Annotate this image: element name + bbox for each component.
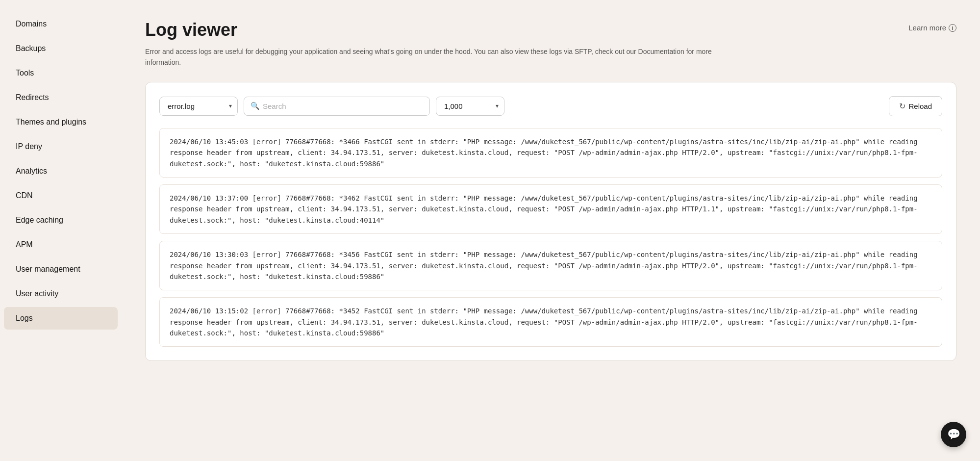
log-file-select[interactable]: error.log access.log xyxy=(159,97,238,116)
page-header: Log viewer Learn more i xyxy=(145,20,956,40)
log-viewer-container: error.log access.log ▾ 🔍 100 500 1,000 2… xyxy=(145,82,956,361)
sidebar: Domains Backups Tools Redirects Themes a… xyxy=(0,0,122,461)
reload-label: Reload xyxy=(908,102,932,110)
sidebar-item-label: User activity xyxy=(16,289,58,298)
sidebar-item-label: Analytics xyxy=(16,167,47,175)
page-description: Error and access logs are useful for deb… xyxy=(145,46,733,68)
log-entry: 2024/06/10 13:30:03 [error] 77668#77668:… xyxy=(159,241,942,290)
sidebar-item-label: Edge caching xyxy=(16,216,63,224)
log-entry: 2024/06/10 13:45:03 [error] 77668#77668:… xyxy=(159,128,942,178)
log-entry: 2024/06/10 13:37:00 [error] 77668#77668:… xyxy=(159,184,942,234)
sidebar-item-label: Redirects xyxy=(16,93,49,102)
chat-icon: 💬 xyxy=(947,428,960,441)
sidebar-item-user-activity[interactable]: User activity xyxy=(4,282,118,305)
sidebar-item-apm[interactable]: APM xyxy=(4,233,118,256)
sidebar-item-edge-caching[interactable]: Edge caching xyxy=(4,209,118,231)
sidebar-item-label: User management xyxy=(16,265,80,273)
sidebar-item-analytics[interactable]: Analytics xyxy=(4,160,118,182)
log-entry-text: 2024/06/10 13:45:03 [error] 77668#77668:… xyxy=(170,138,918,168)
lines-select[interactable]: 100 500 1,000 2,000 5,000 xyxy=(436,97,504,116)
sidebar-item-ip-deny[interactable]: IP deny xyxy=(4,135,118,158)
log-entry: 2024/06/10 13:15:02 [error] 77668#77668:… xyxy=(159,297,942,347)
sidebar-item-cdn[interactable]: CDN xyxy=(4,184,118,207)
controls-row: error.log access.log ▾ 🔍 100 500 1,000 2… xyxy=(159,96,942,116)
sidebar-item-redirects[interactable]: Redirects xyxy=(4,86,118,109)
log-entries-list: 2024/06/10 13:45:03 [error] 77668#77668:… xyxy=(159,128,942,347)
page-title: Log viewer xyxy=(145,20,237,40)
sidebar-item-domains[interactable]: Domains xyxy=(4,13,118,35)
sidebar-item-user-management[interactable]: User management xyxy=(4,258,118,281)
reload-button[interactable]: ↻ Reload xyxy=(889,96,942,116)
search-input[interactable] xyxy=(244,97,430,116)
search-wrapper: 🔍 xyxy=(244,97,430,116)
chat-button[interactable]: 💬 xyxy=(941,422,966,447)
sidebar-item-label: CDN xyxy=(16,191,33,200)
learn-more-link[interactable]: Learn more i xyxy=(908,20,956,32)
log-entry-text: 2024/06/10 13:15:02 [error] 77668#77668:… xyxy=(170,307,918,337)
sidebar-item-themes-plugins[interactable]: Themes and plugins xyxy=(4,111,118,133)
lines-selector-wrapper: 100 500 1,000 2,000 5,000 ▾ xyxy=(436,97,504,116)
search-icon: 🔍 xyxy=(251,102,260,110)
sidebar-item-backups[interactable]: Backups xyxy=(4,37,118,60)
log-entry-text: 2024/06/10 13:37:00 [error] 77668#77668:… xyxy=(170,194,918,224)
sidebar-item-logs[interactable]: Logs xyxy=(4,307,118,330)
info-icon: i xyxy=(949,24,956,32)
reload-icon: ↻ xyxy=(899,102,905,111)
sidebar-item-label: Backups xyxy=(16,44,46,52)
log-file-selector-wrapper: error.log access.log ▾ xyxy=(159,97,238,116)
sidebar-item-label: Tools xyxy=(16,69,34,77)
learn-more-label: Learn more xyxy=(908,24,946,32)
main-content: Log viewer Learn more i Error and access… xyxy=(122,0,980,461)
log-entry-text: 2024/06/10 13:30:03 [error] 77668#77668:… xyxy=(170,251,918,281)
sidebar-item-label: Logs xyxy=(16,314,33,322)
sidebar-item-label: IP deny xyxy=(16,142,42,151)
sidebar-item-label: Themes and plugins xyxy=(16,118,86,126)
sidebar-item-label: APM xyxy=(16,240,33,249)
sidebar-item-label: Domains xyxy=(16,20,47,28)
sidebar-item-tools[interactable]: Tools xyxy=(4,62,118,84)
